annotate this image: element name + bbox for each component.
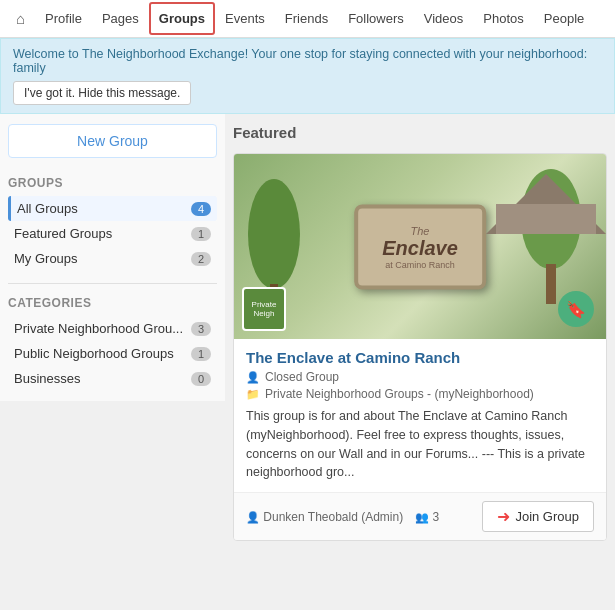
- card-image: The Enclave at Camino Ranch: [234, 154, 606, 339]
- bookmark-icon: 🔖: [566, 300, 586, 319]
- businesses-badge: 0: [191, 372, 211, 386]
- sidebar: New Group GROUPS All Groups 4 Featured G…: [0, 114, 225, 401]
- featured-groups-badge: 1: [191, 227, 211, 241]
- sidebar-item-my-groups[interactable]: My Groups 2: [8, 246, 217, 271]
- sidebar-item-featured-groups[interactable]: Featured Groups 1: [8, 221, 217, 246]
- content-area: Featured The Enclave at Camino Ranch: [225, 114, 615, 551]
- my-groups-label: My Groups: [14, 251, 78, 266]
- group-category-text: Private Neighborhood Groups - (myNeighbo…: [265, 387, 534, 401]
- banner-message: Welcome to The Neighborhood Exchange! Yo…: [13, 47, 587, 75]
- member-count: 3: [433, 510, 440, 524]
- group-status-text: Closed Group: [265, 370, 339, 384]
- sidebar-item-all-groups[interactable]: All Groups 4: [8, 196, 217, 221]
- public-neighborhood-badge: 1: [191, 347, 211, 361]
- nav-item-profile[interactable]: Profile: [35, 1, 92, 36]
- admin-name: Dunken Theobald (Admin): [263, 510, 403, 524]
- new-group-button[interactable]: New Group: [8, 124, 217, 158]
- categories-section-title: CATEGORIES: [8, 296, 217, 310]
- user-icon: 👤: [246, 511, 260, 523]
- main-layout: New Group GROUPS All Groups 4 Featured G…: [0, 114, 615, 551]
- join-group-button[interactable]: ➜ Join Group: [482, 501, 594, 532]
- folder-icon: 📁: [246, 388, 260, 401]
- nav-item-people[interactable]: People: [534, 1, 594, 36]
- person-icon: 👤: [246, 371, 260, 384]
- group-description: This group is for and about The Enclave …: [246, 407, 594, 482]
- nav-item-videos[interactable]: Videos: [414, 1, 474, 36]
- admin-info: 👤 Dunken Theobald (Admin): [246, 510, 403, 524]
- svg-rect-3: [546, 264, 556, 304]
- featured-groups-label: Featured Groups: [14, 226, 112, 241]
- nav-item-events[interactable]: Events: [215, 1, 275, 36]
- group-category: 📁 Private Neighborhood Groups - (myNeigh…: [246, 387, 594, 401]
- sidebar-item-private-neighborhood[interactable]: Private Neighborhood Grou... 3: [8, 316, 217, 341]
- group-card: The Enclave at Camino Ranch: [233, 153, 607, 541]
- member-info: 👥 3: [415, 510, 439, 524]
- group-thumbnail: Private Neigh: [242, 287, 286, 331]
- svg-rect-5: [496, 204, 596, 234]
- all-groups-badge: 4: [191, 202, 211, 216]
- nav-item-followers[interactable]: Followers: [338, 1, 414, 36]
- nav-item-friends[interactable]: Friends: [275, 1, 338, 36]
- all-groups-label: All Groups: [17, 201, 78, 216]
- svg-point-0: [248, 179, 300, 289]
- card-footer-left: 👤 Dunken Theobald (Admin) 👥 3: [246, 510, 439, 524]
- sidebar-divider: [8, 283, 217, 284]
- sidebar-item-businesses[interactable]: Businesses 0: [8, 366, 217, 391]
- sidebar-item-public-neighborhood[interactable]: Public Neigborhood Groups 1: [8, 341, 217, 366]
- nav-item-photos[interactable]: Photos: [473, 1, 533, 36]
- join-button-label: Join Group: [515, 509, 579, 524]
- nav-item-pages[interactable]: Pages: [92, 1, 149, 36]
- group-status: 👤 Closed Group: [246, 370, 594, 384]
- private-neighborhood-label: Private Neighborhood Grou...: [14, 321, 183, 336]
- arrow-icon: ➜: [497, 507, 510, 526]
- card-image-wrapper: The Enclave at Camino Ranch: [234, 154, 606, 339]
- group-title[interactable]: The Enclave at Camino Ranch: [246, 349, 594, 366]
- featured-header: Featured: [233, 124, 607, 145]
- card-body: The Enclave at Camino Ranch 👤 Closed Gro…: [234, 339, 606, 492]
- group-icon: 👥: [415, 511, 429, 523]
- bookmark-badge[interactable]: 🔖: [558, 291, 594, 327]
- home-icon[interactable]: ⌂: [6, 2, 35, 35]
- navigation-bar: ⌂ Profile Pages Groups Events Friends Fo…: [0, 0, 615, 38]
- businesses-label: Businesses: [14, 371, 80, 386]
- groups-section-title: GROUPS: [8, 176, 217, 190]
- nav-item-groups[interactable]: Groups: [149, 2, 215, 35]
- card-footer: 👤 Dunken Theobald (Admin) 👥 3 ➜ Join Gro…: [234, 492, 606, 540]
- private-neighborhood-badge: 3: [191, 322, 211, 336]
- public-neighborhood-label: Public Neigborhood Groups: [14, 346, 174, 361]
- welcome-banner: Welcome to The Neighborhood Exchange! Yo…: [0, 38, 615, 114]
- dismiss-banner-button[interactable]: I've got it. Hide this message.: [13, 81, 191, 105]
- my-groups-badge: 2: [191, 252, 211, 266]
- thumb-text: Private Neigh: [244, 300, 284, 318]
